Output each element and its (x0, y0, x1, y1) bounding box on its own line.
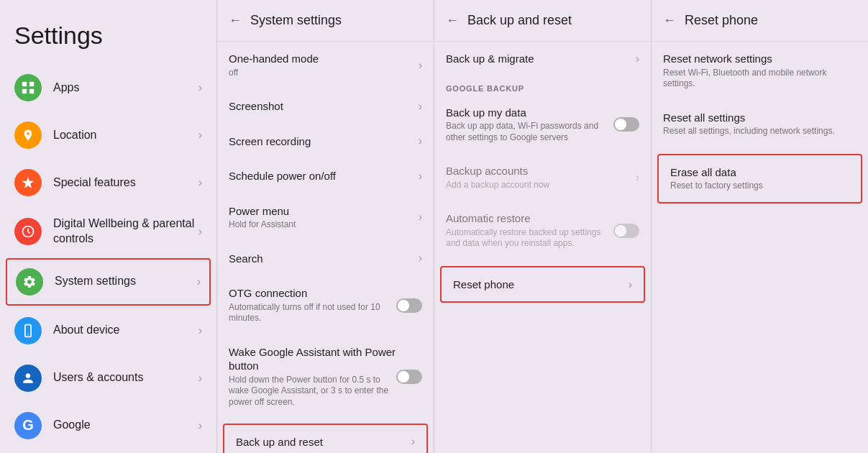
one-handed-mode-subtitle: off (229, 68, 419, 79)
backup-reset-item-highlighted[interactable]: Back up and reset › (223, 424, 428, 453)
backup-accounts-chevron-icon: › (636, 171, 639, 184)
reset-phone-chevron-icon: › (629, 278, 632, 291)
sidebar-item-location-label: Location (53, 128, 198, 143)
sidebar-item-users-accounts-label: Users & accounts (53, 370, 198, 385)
svg-rect-5 (25, 324, 31, 337)
reset-network-item[interactable]: Reset network settings Reset Wi-Fi, Blue… (652, 42, 868, 101)
system-chevron-icon: › (197, 275, 201, 288)
system-settings-back-icon[interactable]: ← (229, 13, 242, 28)
wake-google-item[interactable]: Wake Google Assistant with Power button … (217, 335, 434, 419)
backup-migrate-label: Back up & migrate (446, 52, 636, 66)
wake-google-subtitle: Hold down the Power button for 0.5 s to … (229, 375, 396, 408)
svg-point-6 (27, 334, 29, 335)
one-handed-mode-item[interactable]: One-handed mode off › (217, 42, 434, 89)
backup-reset-back-icon[interactable]: ← (446, 13, 459, 28)
backup-my-data-item[interactable]: Back up my data Back up app data, Wi-Fi … (434, 96, 651, 155)
search-label: Search (229, 252, 419, 266)
backup-accounts-item[interactable]: Backup accounts Add a backup account now… (434, 154, 651, 201)
reset-all-settings-item[interactable]: Reset all settings Reset all settings, i… (652, 101, 868, 148)
reset-phone-item[interactable]: Reset phone › (442, 267, 644, 302)
reset-phone-item-highlighted[interactable]: Reset phone › (440, 266, 645, 303)
automatic-restore-label: Automatic restore (446, 211, 613, 226)
backup-my-data-label: Back up my data (446, 106, 613, 120)
svg-rect-3 (29, 89, 34, 93)
wellbeing-chevron-icon: › (198, 225, 202, 238)
backup-reset-header: ← Back up and reset (434, 0, 651, 42)
sidebar-item-digital-wellbeing[interactable]: Digital Wellbeing & parental controls › (0, 206, 216, 257)
sidebar-item-apps-label: Apps (53, 81, 198, 96)
otg-label: OTG connection (229, 286, 396, 301)
automatic-restore-toggle[interactable] (613, 224, 639, 238)
sidebar-item-users-accounts[interactable]: Users & accounts › (0, 354, 216, 402)
special-chevron-icon: › (198, 176, 202, 189)
one-handed-chevron-icon: › (419, 59, 422, 72)
backup-reset-panel: ← Back up and reset Back up & migrate › … (434, 0, 652, 453)
automatic-restore-subtitle: Automatically restore backed up settings… (446, 227, 613, 250)
svg-rect-0 (22, 82, 27, 86)
reset-phone-back-icon[interactable]: ← (663, 13, 676, 28)
power-menu-label: Power menu (229, 204, 419, 219)
automatic-restore-item[interactable]: Automatic restore Automatically restore … (434, 201, 651, 260)
about-device-icon (14, 317, 42, 344)
power-menu-chevron-icon: › (419, 211, 422, 224)
otg-subtitle: Automatically turns off if not used for … (229, 302, 396, 324)
backup-reset-label: Back up and reset (236, 435, 411, 449)
sidebar-item-apps[interactable]: Apps › (0, 64, 216, 111)
users-accounts-icon (14, 365, 42, 392)
backup-my-data-toggle[interactable] (613, 117, 639, 132)
wake-google-toggle[interactable] (396, 370, 422, 384)
users-chevron-icon: › (198, 372, 202, 385)
backup-reset-chevron-icon: › (411, 435, 415, 448)
location-chevron-icon: › (198, 129, 202, 142)
svg-rect-2 (22, 89, 27, 93)
search-chevron-icon: › (419, 252, 422, 265)
svg-rect-1 (29, 82, 34, 86)
sidebar-item-system-settings[interactable]: System settings › (6, 258, 211, 306)
backup-accounts-label: Backup accounts (446, 164, 636, 178)
reset-phone-label: Reset phone (453, 278, 629, 292)
screen-recording-chevron-icon: › (419, 134, 422, 147)
otg-toggle[interactable] (396, 298, 422, 313)
erase-all-data-label: Erase all data (670, 165, 849, 180)
reset-phone-title: Reset phone (685, 13, 758, 28)
otg-item[interactable]: OTG connection Automatically turns off i… (217, 276, 434, 335)
search-item[interactable]: Search › (217, 242, 434, 277)
reset-all-settings-label: Reset all settings (663, 111, 856, 125)
sidebar-item-special-features-label: Special features (53, 175, 198, 191)
backup-accounts-subtitle: Add a backup account now (446, 180, 636, 191)
backup-migrate-item[interactable]: Back up & migrate › (434, 42, 651, 77)
backup-reset-title: Back up and reset (467, 13, 572, 28)
system-settings-header: ← System settings (217, 0, 434, 42)
sidebar-item-special-features[interactable]: Special features › (0, 159, 216, 206)
apps-icon (14, 74, 42, 101)
system-settings-title: System settings (250, 13, 342, 28)
digital-wellbeing-icon (14, 218, 42, 245)
power-menu-item[interactable]: Power menu Hold for Assistant › (217, 194, 434, 242)
backup-reset-item[interactable]: Back up and reset › (224, 425, 426, 453)
schedule-power-chevron-icon: › (419, 170, 422, 183)
schedule-power-label: Schedule power on/off (229, 169, 419, 183)
apps-chevron-icon: › (198, 81, 202, 94)
sidebar-item-location[interactable]: Location › (0, 111, 216, 159)
screenshot-item[interactable]: Screenshot › (217, 89, 434, 124)
reset-phone-header: ← Reset phone (652, 0, 868, 42)
sidebar-item-system-settings-label: System settings (55, 274, 197, 289)
sidebar-item-about-device-label: About device (53, 323, 198, 338)
schedule-power-item[interactable]: Schedule power on/off › (217, 159, 434, 194)
backup-my-data-subtitle: Back up app data, Wi-Fi passwords and ot… (446, 121, 613, 143)
screen-recording-item[interactable]: Screen recording › (217, 124, 434, 160)
reset-phone-panel: ← Reset phone Reset network settings Res… (652, 0, 868, 453)
settings-title: Settings (0, 14, 216, 64)
erase-all-data-item-highlighted[interactable]: Erase all data Reset to factory settings (657, 154, 862, 203)
sidebar-item-google[interactable]: G Google › (0, 402, 216, 449)
reset-network-subtitle: Reset Wi-Fi, Bluetooth and mobile networ… (663, 68, 856, 90)
sidebar-item-about-device[interactable]: About device › (0, 307, 216, 354)
erase-all-data-item[interactable]: Erase all data Reset to factory settings (659, 155, 861, 202)
sidebar-item-digital-wellbeing-label: Digital Wellbeing & parental controls (53, 216, 198, 247)
location-icon (14, 122, 42, 149)
power-menu-subtitle: Hold for Assistant (229, 219, 419, 231)
special-features-icon (14, 169, 42, 196)
erase-all-data-subtitle: Reset to factory settings (670, 180, 849, 192)
backup-migrate-chevron-icon: › (636, 52, 639, 65)
google-icon: G (14, 412, 42, 439)
